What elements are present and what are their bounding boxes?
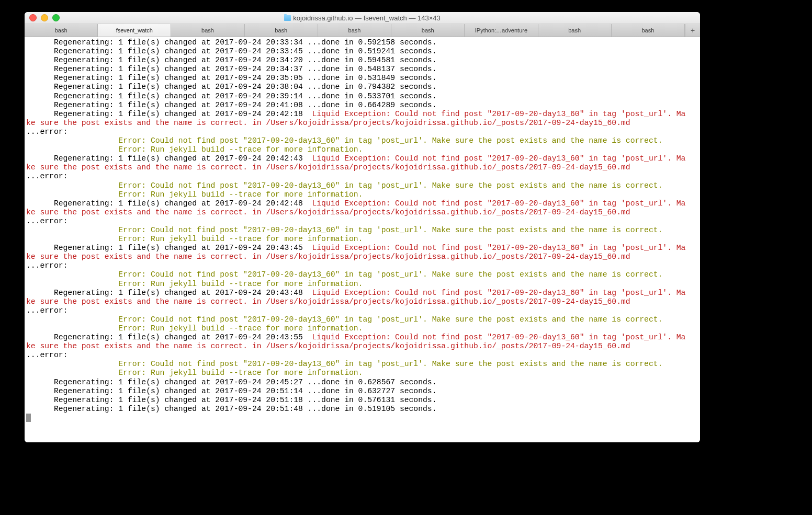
tab-0[interactable]: bash	[25, 24, 98, 37]
terminal-content[interactable]: Regenerating: 1 file(s) changed at 2017-…	[25, 37, 700, 442]
close-icon[interactable]	[29, 14, 37, 21]
tab-1[interactable]: fsevent_watch	[98, 24, 171, 37]
zoom-icon[interactable]	[52, 14, 60, 21]
traffic-lights	[25, 14, 60, 21]
tab-8[interactable]: bash	[612, 24, 685, 37]
tab-bar: bashfsevent_watchbashbashbashbashIPython…	[25, 24, 700, 37]
new-tab-button[interactable]: +	[685, 24, 700, 37]
titlebar: kojoidrissa.github.io — fsevent_watch — …	[25, 12, 700, 24]
window-title-text: kojoidrissa.github.io — fsevent_watch — …	[293, 14, 440, 22]
tab-5[interactable]: bash	[391, 24, 465, 37]
folder-icon	[284, 15, 291, 21]
terminal-output: Regenerating: 1 file(s) changed at 2017-…	[26, 38, 698, 422]
window-title: kojoidrissa.github.io — fsevent_watch — …	[25, 14, 700, 22]
tab-3[interactable]: bash	[245, 24, 318, 37]
tab-2[interactable]: bash	[171, 24, 244, 37]
minimize-icon[interactable]	[41, 14, 48, 21]
tab-6[interactable]: IPython:…adventure	[465, 24, 538, 37]
terminal-window: kojoidrissa.github.io — fsevent_watch — …	[25, 12, 700, 442]
tab-4[interactable]: bash	[318, 24, 391, 37]
tab-7[interactable]: bash	[538, 24, 612, 37]
